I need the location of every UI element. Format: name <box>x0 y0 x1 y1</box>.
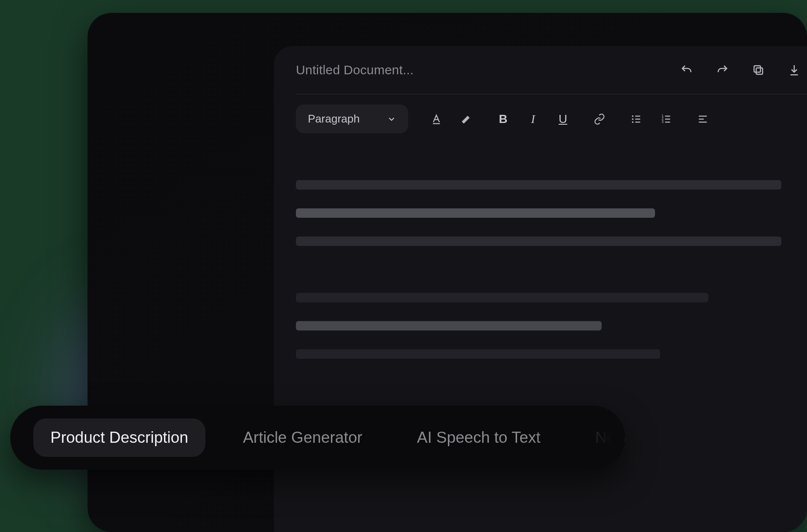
svg-point-3 <box>632 115 634 117</box>
skeleton-line <box>296 237 781 246</box>
italic-icon[interactable]: I <box>524 111 541 128</box>
color-group <box>428 111 475 128</box>
svg-text:3: 3 <box>662 120 664 124</box>
align-left-icon[interactable] <box>694 111 711 128</box>
text-style-group: B I U <box>494 111 571 128</box>
skeleton-line <box>296 349 660 359</box>
list-group: 123 <box>628 111 675 128</box>
chip-article-generator[interactable]: Article Generator <box>226 418 380 457</box>
chevron-down-icon <box>387 114 396 124</box>
paragraph-style-label: Paragraph <box>308 112 360 126</box>
chip-newsletter[interactable]: Newsletter <box>578 418 625 457</box>
link-group <box>591 111 608 128</box>
title-row: Untitled Document... <box>296 61 807 79</box>
document-title-input[interactable]: Untitled Document... <box>296 63 414 77</box>
paragraph-style-select[interactable]: Paragraph <box>296 105 408 133</box>
template-chips-bar: Product Description Article Generator AI… <box>10 406 625 470</box>
svg-rect-0 <box>756 68 763 74</box>
highlight-icon[interactable] <box>458 111 475 128</box>
chip-ai-speech-to-text[interactable]: AI Speech to Text <box>400 418 558 457</box>
skeleton-line <box>296 293 708 302</box>
chip-product-description[interactable]: Product Description <box>33 418 205 457</box>
skeleton-line <box>296 180 781 190</box>
text-color-icon[interactable] <box>428 111 445 128</box>
copy-icon[interactable] <box>750 61 767 79</box>
svg-rect-1 <box>754 66 760 72</box>
redo-icon[interactable] <box>714 61 731 79</box>
underline-icon[interactable]: U <box>554 111 571 128</box>
align-group <box>694 111 711 128</box>
numbered-list-icon[interactable]: 123 <box>658 111 675 128</box>
divider <box>296 94 807 94</box>
skeleton-line <box>296 208 655 218</box>
document-body[interactable] <box>296 180 807 359</box>
skeleton-line <box>296 321 602 330</box>
svg-point-4 <box>632 118 634 120</box>
link-icon[interactable] <box>591 111 608 128</box>
download-icon[interactable] <box>786 61 803 79</box>
title-actions <box>678 61 807 79</box>
bold-icon[interactable]: B <box>494 111 512 128</box>
bullet-list-icon[interactable] <box>628 111 645 128</box>
undo-icon[interactable] <box>678 61 695 79</box>
formatting-toolbar: Paragraph B I U <box>296 105 807 133</box>
svg-point-5 <box>632 121 634 123</box>
